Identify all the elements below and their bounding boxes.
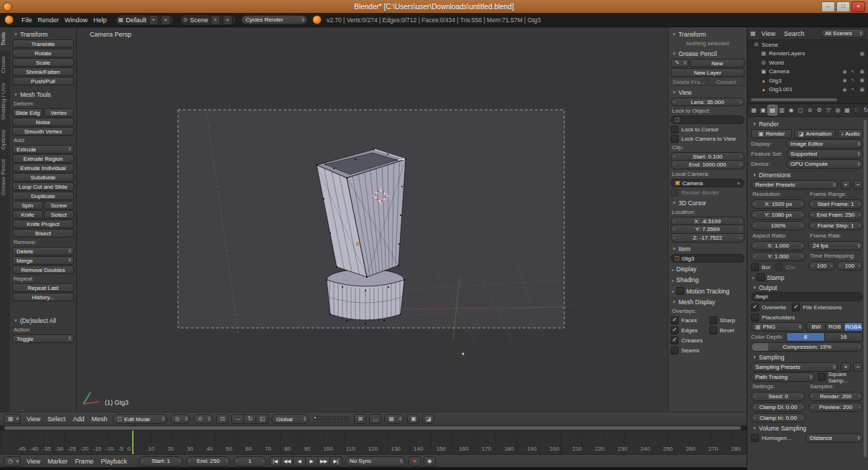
manipulator-translate-toggle[interactable]: ↔	[231, 414, 244, 424]
tool-button[interactable]: Extrude Individual	[12, 164, 74, 172]
add-preset-button[interactable]: +	[841, 180, 851, 189]
panel-header-view[interactable]: ▼ View	[671, 87, 745, 97]
panel-header-deselect-all[interactable]: ▼ (De)select All	[12, 315, 74, 325]
seed-field[interactable]: Seed: 0	[751, 392, 806, 401]
resolution-percent-slider[interactable]: 100%	[751, 221, 806, 230]
layers-grid[interactable]	[314, 416, 349, 423]
add-scene-button[interactable]: +	[210, 15, 220, 25]
outliner-menu-search[interactable]: Search	[781, 29, 808, 39]
item-name-field[interactable]: ◻ Gtg3	[671, 254, 745, 263]
output-path-field[interactable]: /tmp\	[751, 292, 863, 301]
snap-toggle[interactable]: ◡	[369, 414, 381, 424]
panel-header-3d-cursor[interactable]: ▼ 3D Cursor	[671, 197, 745, 207]
color-bw-button[interactable]: BW	[806, 322, 826, 332]
panel-header-transform[interactable]: ▼ Transform	[12, 29, 74, 39]
snap-element-dropdown[interactable]: ▦ ⇕	[384, 414, 404, 424]
slide-edge-button[interactable]: Slide Edg	[12, 108, 43, 117]
add-layout-button[interactable]: +	[149, 15, 159, 25]
panel-header-item[interactable]: ▼ Item	[671, 243, 745, 253]
render-engine-dropdown[interactable]: Cycles Render ⇕	[241, 15, 307, 24]
tool-button[interactable]: Translate	[12, 39, 74, 48]
sync-dropdown[interactable]: No Sync ⇕	[345, 456, 406, 466]
tool-button[interactable]: Bisect	[12, 229, 74, 238]
timeline-menu-item[interactable]: Marker	[45, 456, 70, 466]
overlay-checkbox-row[interactable]: ✓ Faces	[671, 316, 706, 324]
lock-object-field[interactable]: ◻	[671, 116, 745, 124]
overlay-checkbox-row[interactable]: Sharp	[709, 316, 745, 324]
remove-layout-button[interactable]: ×	[161, 15, 171, 25]
maximize-button[interactable]: □	[836, 1, 850, 12]
tool-button[interactable]: Loop Cut and Slide	[12, 182, 74, 191]
local-camera-field[interactable]: ▣ Camera ×	[671, 179, 745, 187]
transport-button[interactable]: ◀◀	[281, 456, 294, 466]
outliner-row-world[interactable]: ◍ World	[747, 58, 868, 67]
delete-frame-button[interactable]: Delete Fra...	[671, 77, 707, 86]
panel-header-shading[interactable]: ▸ Shading	[671, 274, 745, 284]
noise-button[interactable]: Noise	[12, 118, 74, 126]
viewport-menu-item[interactable]: View	[24, 414, 43, 424]
sampling-presets-dropdown[interactable]: Sampling Presets ⇕	[751, 362, 839, 372]
editor-grid-icon[interactable]: ▦	[750, 31, 756, 37]
smooth-vertex-button[interactable]: Smooth Vertex	[12, 127, 74, 136]
aspect-x-field[interactable]: X: 1.000	[751, 241, 806, 250]
menu-item[interactable]: Render	[35, 15, 62, 25]
viewport-menu-item[interactable]: Add	[70, 414, 87, 424]
end-frame-field[interactable]: End Fram: 250	[808, 210, 863, 220]
viewport-shading-dropdown[interactable]: ◎ ⇕	[170, 414, 190, 424]
properties-tab-icon[interactable]: ◉	[787, 105, 795, 115]
outliner-row-renderlayers[interactable]: ▤ RenderLayers ▣	[747, 50, 868, 59]
start-frame-field[interactable]: Start: 1	[139, 456, 183, 466]
record-button[interactable]: ●	[409, 456, 421, 466]
tool-button[interactable]: Extrude Region	[12, 154, 74, 163]
panel-header-dimensions[interactable]: ▼ Dimensions	[751, 169, 863, 179]
overlay-checkbox-row[interactable]: Bevel	[709, 326, 745, 334]
overwrite-checkbox[interactable]: ✓	[751, 304, 759, 311]
add-sampling-preset-button[interactable]: +	[841, 362, 851, 372]
editor-type-button[interactable]: ▦ ▾	[4, 414, 21, 424]
viewport-menu-item[interactable]: Select	[45, 414, 68, 424]
select-action-dropdown[interactable]: Toggle ⇕	[12, 334, 74, 343]
timeline-menu-item[interactable]: Playback	[98, 456, 130, 466]
row-toggles[interactable]: ▣	[859, 51, 866, 57]
grease-new-button[interactable]: New	[690, 59, 745, 67]
row-toggles[interactable]: ◉ ↖ ▣	[843, 87, 866, 93]
screw-button[interactable]: Screw	[44, 201, 75, 210]
clip-start-field[interactable]: Start: 0.100	[671, 152, 745, 161]
outliner-row-gtg3-001[interactable]: ▲ Gtg3.001 ◉ ↖ ▣	[747, 85, 868, 95]
border-checkbox[interactable]	[751, 263, 759, 271]
current-frame-field[interactable]: 1	[233, 456, 266, 466]
manipulator-scale-toggle[interactable]: ◱	[256, 414, 269, 424]
volume-sampling-dropdown[interactable]: Distance ⇕	[806, 433, 863, 443]
feature-set-dropdown[interactable]: Supported ⇕	[786, 149, 863, 159]
compression-slider[interactable]: Compression: 15%	[751, 342, 863, 352]
file-format-dropdown[interactable]: ▦ PNG ⇕	[751, 322, 804, 332]
panel-header-display[interactable]: ▸ Display	[671, 263, 745, 273]
device-dropdown[interactable]: GPU Compute ⇕	[786, 159, 863, 169]
transport-button[interactable]: ▶▶	[318, 456, 330, 466]
clamp-indirect-field[interactable]: Clamp In: 0.00	[751, 413, 806, 423]
aspect-y-field[interactable]: Y: 1.000	[751, 252, 806, 261]
panel-header-output[interactable]: ▼ Output	[751, 282, 863, 292]
clamp-direct-field[interactable]: Clamp Di: 0.00	[751, 403, 806, 412]
tool-button[interactable]: Rotate	[12, 49, 74, 57]
audio-button[interactable]: ♪ Audio	[838, 129, 863, 138]
outliner-menu-view[interactable]: View	[759, 29, 778, 39]
panel-header-render[interactable]: ▼ Render	[751, 118, 863, 128]
outliner-filter-dropdown[interactable]: All Scenes ⇕	[821, 29, 865, 38]
toolshelf-tab[interactable]: Options	[0, 125, 9, 155]
render-presets-dropdown[interactable]: Render Presets ⇕	[751, 180, 839, 189]
transport-button[interactable]: ◀	[294, 456, 306, 466]
convert-button[interactable]: Convert	[708, 77, 745, 86]
properties-tab-icon[interactable]: ↻	[862, 105, 868, 115]
lock-button[interactable]: ⊠	[354, 414, 366, 424]
viewport-menu-item[interactable]: Mesh	[88, 414, 110, 424]
properties-tab-icon[interactable]: ▦	[843, 105, 851, 115]
properties-tab-icon[interactable]: ◍	[834, 105, 842, 115]
stamp-checkbox[interactable]	[757, 273, 765, 281]
preview-samples-field[interactable]: Preview: 200	[808, 403, 863, 412]
tool-button[interactable]: Shrink/Fatten	[12, 67, 74, 76]
repeat-last-button[interactable]: Repeat Last	[12, 283, 74, 292]
end-frame-field[interactable]: End: 250	[186, 456, 230, 466]
properties-tab-icon[interactable]: ◻	[796, 105, 805, 115]
overlay-checkbox-row[interactable]: Seams	[671, 346, 706, 354]
